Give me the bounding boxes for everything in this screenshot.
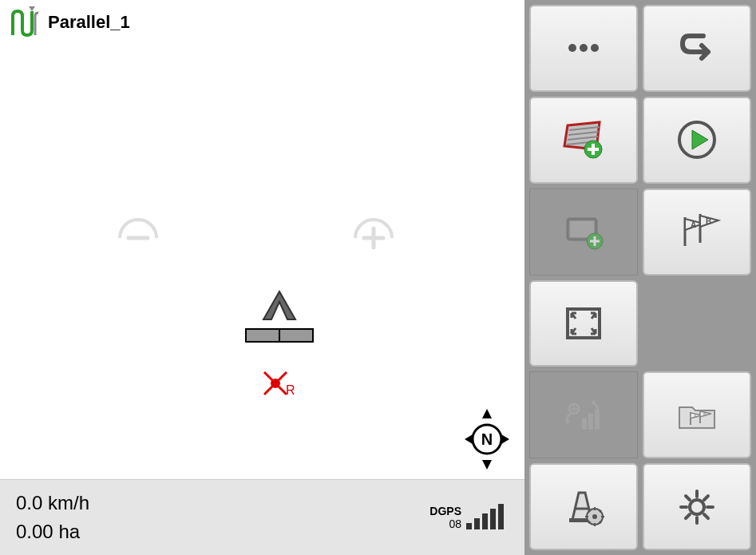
map-canvas[interactable]: Parallel_1 R bbox=[0, 0, 524, 555]
compass-icon[interactable]: N bbox=[463, 407, 511, 471]
header: Parallel_1 bbox=[8, 6, 130, 38]
svg-marker-33 bbox=[692, 130, 708, 149]
svg-rect-53 bbox=[595, 409, 600, 430]
settings-button[interactable] bbox=[643, 463, 751, 550]
svg-marker-10 bbox=[482, 409, 492, 418]
reference-point-label: R bbox=[286, 383, 295, 398]
flag-folder-button[interactable]: A B bbox=[643, 371, 751, 458]
vehicle-marker bbox=[239, 287, 319, 359]
svg-line-78 bbox=[686, 496, 690, 500]
svg-point-21 bbox=[568, 44, 576, 52]
status-bar: 0.0 km/h 0.00 ha DGPS 08 bbox=[0, 479, 524, 555]
svg-rect-18 bbox=[482, 513, 488, 529]
svg-line-71 bbox=[600, 510, 601, 512]
svg-line-72 bbox=[588, 521, 590, 523]
add-boundary-button[interactable] bbox=[529, 188, 638, 276]
area-value: 0.00 ha bbox=[16, 521, 429, 543]
back-button[interactable] bbox=[643, 5, 751, 92]
svg-rect-52 bbox=[588, 414, 593, 430]
svg-point-23 bbox=[591, 44, 599, 52]
empty-slot bbox=[643, 280, 751, 367]
svg-line-80 bbox=[704, 496, 708, 500]
svg-line-81 bbox=[686, 514, 690, 518]
svg-text:A: A bbox=[694, 414, 697, 418]
svg-text:A: A bbox=[691, 220, 696, 229]
speed-value: 0.0 km/h bbox=[16, 492, 429, 514]
add-field-button[interactable] bbox=[529, 97, 638, 184]
svg-rect-19 bbox=[490, 509, 496, 529]
gps-satellite-count: 08 bbox=[449, 517, 461, 530]
parallel-track-icon bbox=[8, 6, 40, 38]
gps-mode-label: DGPS bbox=[429, 505, 461, 517]
replay-chart-button[interactable] bbox=[529, 371, 638, 458]
gps-status: DGPS 08 bbox=[429, 501, 509, 534]
obstacle-settings-button[interactable] bbox=[529, 463, 638, 550]
svg-point-73 bbox=[690, 500, 704, 514]
svg-point-64 bbox=[592, 514, 597, 519]
zoom-out-button[interactable] bbox=[116, 216, 160, 260]
svg-rect-5 bbox=[246, 329, 279, 342]
svg-rect-17 bbox=[474, 518, 480, 529]
zoom-in-button[interactable] bbox=[351, 216, 396, 260]
svg-rect-51 bbox=[582, 418, 587, 430]
svg-text:N: N bbox=[481, 430, 493, 448]
svg-marker-4 bbox=[263, 291, 295, 319]
svg-rect-16 bbox=[466, 523, 472, 529]
svg-text:B: B bbox=[703, 412, 707, 417]
signal-bars-icon bbox=[465, 501, 509, 534]
svg-rect-6 bbox=[279, 329, 313, 342]
fullscreen-button[interactable] bbox=[529, 280, 638, 367]
svg-marker-0 bbox=[29, 6, 35, 11]
svg-line-69 bbox=[588, 510, 590, 512]
svg-marker-50 bbox=[592, 399, 595, 406]
page-title: Parallel_1 bbox=[48, 12, 130, 33]
svg-point-22 bbox=[580, 44, 588, 52]
svg-rect-20 bbox=[498, 504, 504, 529]
svg-marker-11 bbox=[482, 460, 492, 470]
ab-flags-button[interactable]: A B bbox=[643, 188, 751, 276]
svg-line-70 bbox=[600, 521, 601, 523]
more-options-button[interactable] bbox=[529, 5, 638, 92]
svg-line-79 bbox=[704, 514, 708, 518]
play-button[interactable] bbox=[643, 97, 751, 184]
side-toolbar: A B bbox=[524, 0, 756, 555]
svg-text:B: B bbox=[706, 217, 711, 226]
